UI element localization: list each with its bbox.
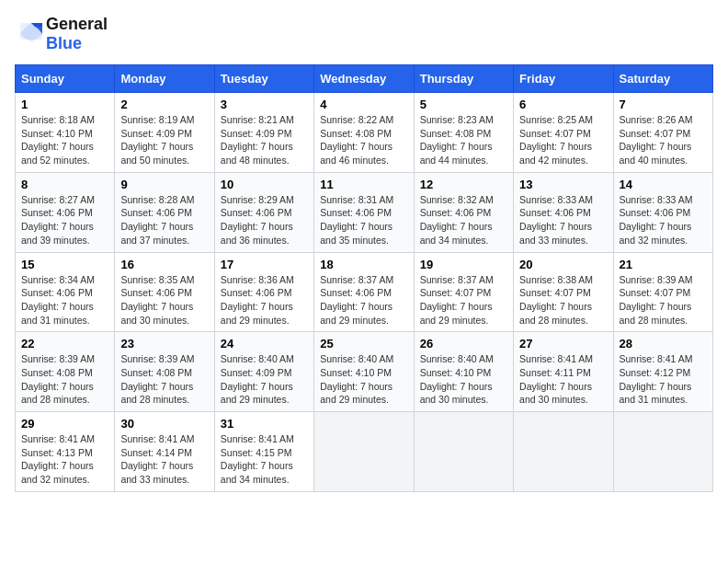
day-number: 20 (519, 258, 607, 271)
day-number: 8 (21, 178, 108, 191)
day-info: Sunrise: 8:26 AM Sunset: 4:07 PM Dayligh… (620, 113, 707, 167)
day-info: Sunrise: 8:31 AM Sunset: 4:06 PM Dayligh… (320, 193, 407, 247)
day-number: 29 (21, 417, 108, 431)
calendar-cell: 30 Sunrise: 8:41 AM Sunset: 4:14 PM Dayl… (115, 412, 214, 492)
calendar-cell (613, 412, 712, 492)
calendar-cell: 15 Sunrise: 8:34 AM Sunset: 4:06 PM Dayl… (16, 252, 115, 332)
calendar-cell: 20 Sunrise: 8:38 AM Sunset: 4:07 PM Dayl… (514, 252, 613, 332)
day-number: 7 (620, 98, 707, 111)
calendar-cell: 28 Sunrise: 8:41 AM Sunset: 4:12 PM Dayl… (613, 332, 712, 412)
day-info: Sunrise: 8:29 AM Sunset: 4:06 PM Dayligh… (221, 193, 308, 247)
calendar-week-3: 15 Sunrise: 8:34 AM Sunset: 4:06 PM Dayl… (16, 252, 713, 332)
day-info: Sunrise: 8:18 AM Sunset: 4:10 PM Dayligh… (21, 113, 108, 167)
day-info: Sunrise: 8:32 AM Sunset: 4:06 PM Dayligh… (420, 193, 507, 247)
day-number: 24 (221, 337, 308, 350)
day-number: 23 (120, 337, 208, 350)
day-number: 10 (221, 178, 308, 191)
day-info: Sunrise: 8:35 AM Sunset: 4:06 PM Dayligh… (120, 273, 208, 327)
day-info: Sunrise: 8:39 AM Sunset: 4:08 PM Dayligh… (120, 352, 208, 407)
day-number: 11 (320, 178, 407, 191)
calendar-cell: 1 Sunrise: 8:18 AM Sunset: 4:10 PM Dayli… (16, 93, 115, 173)
day-number: 1 (21, 98, 108, 111)
calendar-cell: 4 Sunrise: 8:22 AM Sunset: 4:08 PM Dayli… (314, 93, 414, 173)
day-info: Sunrise: 8:41 AM Sunset: 4:12 PM Dayligh… (620, 352, 707, 407)
calendar-cell: 25 Sunrise: 8:40 AM Sunset: 4:10 PM Dayl… (314, 332, 414, 412)
day-info: Sunrise: 8:41 AM Sunset: 4:13 PM Dayligh… (21, 432, 108, 487)
day-number: 15 (21, 258, 108, 271)
weekday-header-wednesday: Wednesday (314, 65, 414, 93)
weekday-header-thursday: Thursday (414, 65, 513, 93)
day-number: 12 (420, 178, 507, 191)
day-number: 13 (519, 178, 607, 191)
logo: General Blue (15, 15, 108, 53)
weekday-header-sunday: Sunday (16, 65, 115, 93)
calendar-week-1: 1 Sunrise: 8:18 AM Sunset: 4:10 PM Dayli… (16, 93, 713, 173)
calendar-cell: 5 Sunrise: 8:23 AM Sunset: 4:08 PM Dayli… (414, 93, 513, 173)
day-info: Sunrise: 8:39 AM Sunset: 4:07 PM Dayligh… (620, 273, 707, 327)
calendar-cell: 6 Sunrise: 8:25 AM Sunset: 4:07 PM Dayli… (514, 93, 613, 173)
calendar-cell: 7 Sunrise: 8:26 AM Sunset: 4:07 PM Dayli… (613, 93, 712, 173)
calendar-cell: 19 Sunrise: 8:37 AM Sunset: 4:07 PM Dayl… (414, 252, 513, 332)
day-info: Sunrise: 8:41 AM Sunset: 4:14 PM Dayligh… (120, 432, 208, 487)
calendar-cell (514, 412, 613, 492)
page-header: General Blue (15, 15, 713, 53)
day-number: 31 (221, 417, 308, 431)
weekday-header-tuesday: Tuesday (214, 65, 313, 93)
day-number: 17 (221, 258, 308, 271)
logo-blue-text: Blue (46, 34, 82, 52)
weekday-header-friday: Friday (514, 65, 613, 93)
day-info: Sunrise: 8:37 AM Sunset: 4:06 PM Dayligh… (320, 273, 407, 327)
day-number: 2 (120, 98, 208, 111)
calendar-cell: 10 Sunrise: 8:29 AM Sunset: 4:06 PM Dayl… (214, 172, 313, 252)
day-info: Sunrise: 8:33 AM Sunset: 4:06 PM Dayligh… (620, 193, 707, 247)
day-info: Sunrise: 8:41 AM Sunset: 4:11 PM Dayligh… (519, 352, 607, 407)
day-info: Sunrise: 8:25 AM Sunset: 4:07 PM Dayligh… (519, 113, 607, 167)
calendar-week-4: 22 Sunrise: 8:39 AM Sunset: 4:08 PM Dayl… (16, 332, 713, 412)
day-number: 16 (120, 258, 208, 271)
calendar-cell: 29 Sunrise: 8:41 AM Sunset: 4:13 PM Dayl… (16, 412, 115, 492)
day-number: 26 (420, 337, 507, 350)
calendar-cell: 2 Sunrise: 8:19 AM Sunset: 4:09 PM Dayli… (115, 93, 214, 173)
day-info: Sunrise: 8:38 AM Sunset: 4:07 PM Dayligh… (519, 273, 607, 327)
day-info: Sunrise: 8:39 AM Sunset: 4:08 PM Dayligh… (21, 352, 108, 407)
day-number: 28 (620, 337, 707, 350)
day-info: Sunrise: 8:22 AM Sunset: 4:08 PM Dayligh… (320, 113, 407, 167)
calendar-cell: 26 Sunrise: 8:40 AM Sunset: 4:10 PM Dayl… (414, 332, 513, 412)
day-number: 25 (320, 337, 407, 350)
day-number: 3 (221, 98, 308, 111)
calendar-cell: 24 Sunrise: 8:40 AM Sunset: 4:09 PM Dayl… (214, 332, 313, 412)
day-info: Sunrise: 8:33 AM Sunset: 4:06 PM Dayligh… (519, 193, 607, 247)
calendar-cell: 22 Sunrise: 8:39 AM Sunset: 4:08 PM Dayl… (16, 332, 115, 412)
day-info: Sunrise: 8:41 AM Sunset: 4:15 PM Dayligh… (221, 432, 308, 487)
calendar-cell: 27 Sunrise: 8:41 AM Sunset: 4:11 PM Dayl… (514, 332, 613, 412)
logo-general-text: General (46, 15, 108, 33)
calendar-cell: 31 Sunrise: 8:41 AM Sunset: 4:15 PM Dayl… (214, 412, 313, 492)
calendar-cell: 9 Sunrise: 8:28 AM Sunset: 4:06 PM Dayli… (115, 172, 214, 252)
day-info: Sunrise: 8:28 AM Sunset: 4:06 PM Dayligh… (120, 193, 208, 247)
weekday-header-monday: Monday (115, 65, 214, 93)
calendar-cell: 8 Sunrise: 8:27 AM Sunset: 4:06 PM Dayli… (16, 172, 115, 252)
calendar-cell: 14 Sunrise: 8:33 AM Sunset: 4:06 PM Dayl… (613, 172, 712, 252)
weekday-header-row: SundayMondayTuesdayWednesdayThursdayFrid… (16, 65, 713, 93)
day-info: Sunrise: 8:23 AM Sunset: 4:08 PM Dayligh… (420, 113, 507, 167)
day-number: 9 (120, 178, 208, 191)
day-info: Sunrise: 8:40 AM Sunset: 4:10 PM Dayligh… (320, 352, 407, 407)
day-info: Sunrise: 8:37 AM Sunset: 4:07 PM Dayligh… (420, 273, 507, 327)
day-number: 22 (21, 337, 108, 350)
logo-icon (18, 21, 44, 47)
day-info: Sunrise: 8:19 AM Sunset: 4:09 PM Dayligh… (120, 113, 208, 167)
calendar-cell: 16 Sunrise: 8:35 AM Sunset: 4:06 PM Dayl… (115, 252, 214, 332)
day-info: Sunrise: 8:34 AM Sunset: 4:06 PM Dayligh… (21, 273, 108, 327)
day-number: 18 (320, 258, 407, 271)
calendar-cell: 21 Sunrise: 8:39 AM Sunset: 4:07 PM Dayl… (613, 252, 712, 332)
day-info: Sunrise: 8:40 AM Sunset: 4:10 PM Dayligh… (420, 352, 507, 407)
calendar-cell: 12 Sunrise: 8:32 AM Sunset: 4:06 PM Dayl… (414, 172, 513, 252)
day-info: Sunrise: 8:40 AM Sunset: 4:09 PM Dayligh… (221, 352, 308, 407)
day-number: 30 (120, 417, 208, 431)
calendar-cell (414, 412, 513, 492)
calendar-cell (314, 412, 414, 492)
calendar-cell: 23 Sunrise: 8:39 AM Sunset: 4:08 PM Dayl… (115, 332, 214, 412)
day-number: 14 (620, 178, 707, 191)
calendar-week-2: 8 Sunrise: 8:27 AM Sunset: 4:06 PM Dayli… (16, 172, 713, 252)
calendar-week-5: 29 Sunrise: 8:41 AM Sunset: 4:13 PM Dayl… (16, 412, 713, 492)
